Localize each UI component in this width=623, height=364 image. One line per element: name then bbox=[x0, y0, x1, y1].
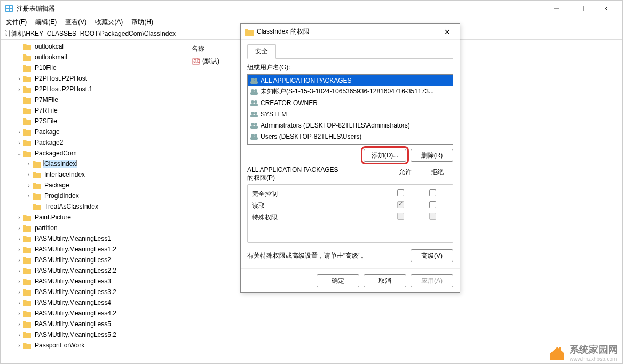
chevron-right-icon[interactable]: › bbox=[15, 268, 23, 274]
chevron-right-icon[interactable]: › bbox=[15, 76, 23, 82]
tree-node[interactable]: ›Package bbox=[1, 126, 187, 137]
tree-label[interactable]: PASMUtility.MeaningLess4.2 bbox=[34, 310, 117, 317]
deny-checkbox[interactable] bbox=[429, 189, 436, 196]
tree-label[interactable]: PASMUtility.MeaningLess1.2 bbox=[34, 246, 117, 253]
tree-node[interactable]: ›P2PHost.P2PHost.1 bbox=[1, 84, 187, 94]
tree-node[interactable]: ›PASMUtility.MeaningLess1.2 bbox=[1, 244, 187, 255]
tree-node[interactable]: ›Package bbox=[1, 180, 187, 191]
tree-node[interactable]: ›Paint.Picture bbox=[1, 212, 187, 223]
tree-label[interactable]: PASMUtility.MeaningLess2.2 bbox=[34, 267, 117, 274]
menu-view[interactable]: 查看(V) bbox=[62, 17, 90, 28]
tree-node[interactable]: ›InterfaceIndex bbox=[1, 169, 187, 180]
principal-row[interactable]: CREATOR OWNER bbox=[248, 97, 453, 108]
tree-node[interactable]: P7SFile bbox=[1, 116, 187, 126]
tree-label[interactable]: Package bbox=[43, 181, 70, 189]
tree-node[interactable]: P7MFile bbox=[1, 94, 187, 105]
tree-label[interactable]: PASMUtility.MeaningLess4 bbox=[34, 299, 112, 306]
tree-node[interactable]: ›PASMUtility.MeaningLess2 bbox=[1, 255, 187, 265]
tree-label[interactable]: PASMUtility.MeaningLess5 bbox=[34, 320, 112, 328]
tree-label[interactable]: partition bbox=[34, 224, 59, 232]
tree-label[interactable]: Package bbox=[34, 128, 61, 136]
tree-label[interactable]: P7SFile bbox=[34, 117, 58, 125]
tree-node[interactable]: ›PASMUtility.MeaningLess4 bbox=[1, 297, 187, 308]
chevron-right-icon[interactable]: › bbox=[25, 161, 33, 167]
chevron-down-icon[interactable]: ⌄ bbox=[15, 151, 23, 156]
tree-label[interactable]: PackagedCom bbox=[34, 149, 78, 157]
cancel-button[interactable]: 取消 bbox=[364, 274, 406, 287]
tree-label[interactable]: PASMUtility.MeaningLess5.2 bbox=[34, 331, 117, 338]
chevron-right-icon[interactable]: › bbox=[25, 183, 33, 188]
tree-node[interactable]: ›P2PHost.P2PHost bbox=[1, 73, 187, 84]
menu-help[interactable]: 帮助(H) bbox=[128, 17, 156, 28]
tree-label[interactable]: P7MFile bbox=[34, 96, 59, 104]
tree-label[interactable]: P2PHost.P2PHost bbox=[34, 75, 88, 82]
tree-label[interactable]: PASMUtility.MeaningLess2 bbox=[34, 256, 112, 264]
maximize-button[interactable] bbox=[569, 1, 594, 17]
tree-node[interactable]: ›partition bbox=[1, 223, 187, 233]
chevron-right-icon[interactable]: › bbox=[15, 289, 23, 295]
tree-node[interactable]: ›ProgIdIndex bbox=[1, 191, 187, 201]
tree-label[interactable]: outlookcal bbox=[34, 43, 65, 50]
tree-node[interactable]: ›PASMUtility.MeaningLess4.2 bbox=[1, 308, 187, 319]
tree-label[interactable]: TreatAsClassIndex bbox=[43, 203, 99, 210]
minimize-button[interactable] bbox=[545, 1, 569, 17]
tab-security[interactable]: 安全 bbox=[247, 44, 276, 59]
tree-node[interactable]: ›ClassIndex bbox=[1, 159, 187, 169]
chevron-right-icon[interactable]: › bbox=[15, 86, 23, 92]
dialog-close-button[interactable]: ✕ bbox=[439, 28, 455, 36]
menu-favorites[interactable]: 收藏夹(A) bbox=[92, 17, 126, 28]
tree-label[interactable]: P10File bbox=[34, 64, 58, 72]
tree-label[interactable]: P2PHost.P2PHost.1 bbox=[34, 85, 93, 93]
principals-listbox[interactable]: ALL APPLICATION PACKAGES未知帐户(S-1-15-3-10… bbox=[247, 74, 453, 145]
tree-label[interactable]: P7RFile bbox=[34, 107, 59, 114]
chevron-right-icon[interactable]: › bbox=[15, 225, 23, 231]
add-button[interactable]: 添加(D)... bbox=[364, 149, 406, 162]
chevron-right-icon[interactable]: › bbox=[15, 343, 23, 349]
tree-label[interactable]: PASMUtility.MeaningLess1 bbox=[34, 235, 112, 242]
tree-node[interactable]: ›PASMUtility.MeaningLess2.2 bbox=[1, 265, 187, 276]
chevron-right-icon[interactable]: › bbox=[15, 236, 23, 242]
menu-edit[interactable]: 编辑(E) bbox=[32, 17, 60, 28]
tree-label[interactable]: PASMUtility.MeaningLess3.2 bbox=[34, 288, 117, 296]
chevron-right-icon[interactable]: › bbox=[15, 332, 23, 338]
deny-checkbox[interactable] bbox=[429, 201, 436, 208]
tree-label[interactable]: outlookmail bbox=[34, 53, 68, 61]
tree-label[interactable]: Paint.Picture bbox=[34, 213, 72, 221]
tree-label[interactable]: ProgIdIndex bbox=[43, 192, 80, 200]
chevron-right-icon[interactable]: › bbox=[15, 215, 23, 220]
tree-node[interactable]: ›PASMUtility.MeaningLess5 bbox=[1, 319, 187, 329]
principal-row[interactable]: SYSTEM bbox=[248, 108, 453, 120]
principal-row[interactable]: ALL APPLICATION PACKAGES bbox=[248, 75, 453, 86]
chevron-right-icon[interactable]: › bbox=[15, 247, 23, 252]
tree-node[interactable]: P10File bbox=[1, 62, 187, 73]
tree-node[interactable]: outlookcal bbox=[1, 41, 187, 52]
chevron-right-icon[interactable]: › bbox=[15, 129, 23, 135]
principal-row[interactable]: Users (DESKTOP-82TLHLS\Users) bbox=[248, 131, 453, 142]
apply-button[interactable]: 应用(A) bbox=[411, 274, 453, 287]
chevron-right-icon[interactable]: › bbox=[15, 321, 23, 327]
menu-file[interactable]: 文件(F) bbox=[3, 17, 30, 28]
tree-node[interactable]: ›PASMUtility.MeaningLess3.2 bbox=[1, 287, 187, 297]
tree-node[interactable]: ›PASMUtility.MeaningLess5.2 bbox=[1, 329, 187, 340]
chevron-right-icon[interactable]: › bbox=[15, 257, 23, 263]
advanced-button[interactable]: 高级(V) bbox=[411, 249, 453, 262]
chevron-right-icon[interactable]: › bbox=[25, 193, 33, 199]
chevron-right-icon[interactable]: › bbox=[15, 279, 23, 284]
allow-checkbox[interactable] bbox=[397, 189, 404, 196]
tree-node[interactable]: TreatAsClassIndex bbox=[1, 201, 187, 212]
tree-label[interactable]: InterfaceIndex bbox=[43, 171, 86, 178]
tree-node[interactable]: ›PASMUtility.MeaningLess1 bbox=[1, 233, 187, 244]
principal-row[interactable]: 未知帐户(S-1-15-3-1024-1065365936-1281604716… bbox=[248, 86, 453, 97]
remove-button[interactable]: 删除(R) bbox=[411, 149, 453, 162]
tree-node[interactable]: ›Package2 bbox=[1, 137, 187, 148]
tree-label[interactable]: ClassIndex bbox=[43, 160, 77, 168]
tree-label[interactable]: PassportForWork bbox=[34, 342, 85, 349]
tree-panel[interactable]: outlookcaloutlookmailP10File›P2PHost.P2P… bbox=[1, 40, 187, 363]
tree-label[interactable]: Package2 bbox=[34, 139, 64, 146]
chevron-right-icon[interactable]: › bbox=[25, 172, 33, 178]
ok-button[interactable]: 确定 bbox=[317, 274, 359, 287]
tree-node[interactable]: ›PASMUtility.MeaningLess3 bbox=[1, 276, 187, 287]
close-button[interactable] bbox=[594, 1, 618, 17]
tree-node[interactable]: ›PassportForWork bbox=[1, 340, 187, 351]
chevron-right-icon[interactable]: › bbox=[15, 140, 23, 146]
